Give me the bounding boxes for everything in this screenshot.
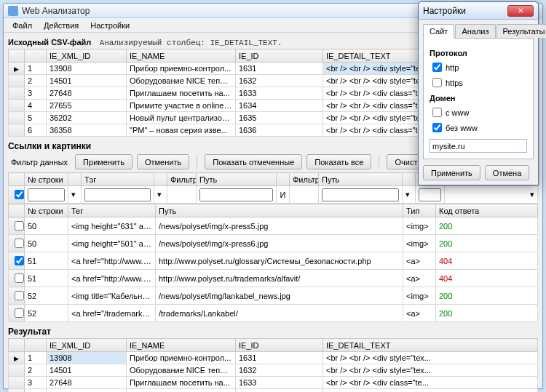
http-checkbox[interactable] (432, 63, 442, 72)
res-col-detail[interactable]: IE_DETAIL_TEXT (323, 339, 538, 352)
filter-tag-input[interactable] (84, 188, 151, 201)
row-checkbox[interactable] (15, 291, 24, 300)
http-label: http (446, 63, 459, 72)
tab-results[interactable]: Результаты (496, 24, 546, 38)
menu-settings[interactable]: Настройки (84, 20, 135, 31)
table-row[interactable]: ▶113908Прибор приемно-контрол...1631<br … (9, 352, 538, 364)
fh-tag[interactable]: Тэг (82, 173, 154, 186)
csv-col-xmlid[interactable]: IE_XML_ID (47, 49, 127, 63)
row-pointer-icon: ▶ (14, 65, 19, 73)
fh-path2[interactable]: Путь (319, 173, 403, 186)
dd-icon[interactable]: ▾ (530, 190, 534, 199)
lh-path[interactable]: Путь (156, 204, 403, 217)
without-www-checkbox[interactable] (432, 123, 442, 132)
filter-all-checkbox[interactable] (15, 190, 24, 199)
fh-fpath[interactable]: Фильтр пути (167, 173, 197, 186)
tab-analysis[interactable]: Анализ (455, 24, 495, 38)
csv-col-name[interactable]: IE_NAME (127, 49, 236, 63)
https-checkbox[interactable] (432, 78, 442, 87)
filter-row-input[interactable] (28, 188, 65, 201)
filter-type-input[interactable] (419, 188, 441, 201)
dd-icon[interactable]: ▾ (68, 186, 82, 204)
filter-cancel-button[interactable]: Отменить (137, 154, 189, 169)
with-www-checkbox[interactable] (432, 108, 442, 117)
table-row[interactable]: 427655Примите участие в online-...1634<b… (9, 389, 538, 393)
tab-site[interactable]: Сайт (423, 24, 454, 39)
protocol-label: Протокол (430, 49, 527, 57)
domain-label: Домен (430, 94, 527, 103)
dialog-titlebar[interactable]: Настройки ✕ (419, 2, 538, 20)
show-marked-button[interactable]: Показать отмеченные (205, 154, 302, 169)
res-col-id[interactable]: IE_ID (236, 339, 323, 352)
dd-icon[interactable]: ▾ (154, 186, 167, 204)
res-col-name[interactable]: IE_NAME (127, 339, 236, 352)
without-www-label: без www (446, 124, 478, 132)
row-checkbox[interactable] (15, 308, 24, 318)
links-grid[interactable]: № строки Тег Путь Тип Код ответа 50<img … (8, 204, 538, 322)
csv-col-id[interactable]: IE_ID (236, 49, 323, 63)
app-icon (8, 6, 18, 16)
table-row[interactable]: 214501Оборудование NICE тепер...1632<br … (9, 364, 538, 377)
dialog-tabs: Сайт Анализ Результаты (423, 24, 534, 39)
filter-path-input[interactable] (199, 188, 273, 201)
row-pointer-icon: ▶ (14, 355, 19, 362)
table-row[interactable]: 327648Приглашаем посетить на...1633<br /… (9, 377, 538, 389)
dialog-apply-button[interactable]: Применить (423, 165, 480, 180)
result-section-title: Результат (8, 327, 538, 337)
menu-file[interactable]: Файл (7, 20, 38, 31)
csv-title-text: Исходный CSV-файл (8, 38, 91, 47)
table-row[interactable]: 51<a href="http://www.polyset...http://w… (9, 270, 538, 287)
settings-dialog[interactable]: Настройки ✕ Сайт Анализ Результаты Прото… (418, 1, 539, 185)
close-icon[interactable]: ✕ (507, 5, 534, 17)
lh-row[interactable]: № строки (25, 204, 68, 217)
dd-icon[interactable]: ▾ (403, 186, 416, 204)
filter-label: Фильтр данных (8, 158, 71, 167)
filter-op[interactable]: И (277, 186, 290, 204)
row-checkbox[interactable] (15, 273, 24, 283)
lh-type[interactable]: Тип (403, 204, 436, 217)
table-row[interactable]: 51<a href="http://www.polyset...http://w… (9, 252, 538, 270)
fh-fpath2[interactable]: Фильтр пути (290, 173, 319, 186)
lh-tag[interactable]: Тег (68, 204, 156, 217)
dialog-cancel-button[interactable]: Отмена (485, 165, 529, 180)
app-title: Web Анализатор (22, 6, 90, 16)
dialog-title: Настройки (423, 6, 507, 16)
menu-actions[interactable]: Действия (38, 20, 84, 31)
https-label: https (446, 79, 463, 87)
fh-row[interactable]: № строки (25, 173, 68, 186)
tab-content: Протокол http https Домен с www без www (423, 39, 534, 159)
table-row[interactable]: 50<img height="631" alt="Ко.../news/poly… (9, 217, 538, 235)
with-www-label: с www (446, 108, 469, 117)
fh-path[interactable]: Путь (197, 173, 277, 186)
table-row[interactable]: 52<img title="Кабельная про.../news/poly… (9, 287, 538, 305)
show-all-button[interactable]: Показать все (306, 154, 371, 169)
row-checkbox[interactable] (15, 256, 24, 265)
filter-path2-input[interactable] (322, 188, 399, 201)
table-row[interactable]: 50<img height="501" alt="Ко.../news/poly… (9, 235, 538, 252)
row-checkbox[interactable] (15, 239, 24, 248)
lh-code[interactable]: Код ответа (436, 204, 538, 217)
filter-apply-button[interactable]: Применить (75, 154, 132, 169)
result-grid[interactable]: IE_XML_ID IE_NAME IE_ID IE_DETAIL_TEXT ▶… (8, 338, 538, 392)
res-col-xmlid[interactable]: IE_XML_ID (47, 339, 127, 352)
row-checkbox[interactable] (15, 221, 24, 231)
table-row[interactable]: 52<a href="/trademarks/Lank.../trademark… (9, 305, 538, 322)
csv-subtitle: Анализируемый столбец: IE_DETAIL_TEXT. (100, 39, 282, 47)
domain-input[interactable] (430, 139, 527, 153)
